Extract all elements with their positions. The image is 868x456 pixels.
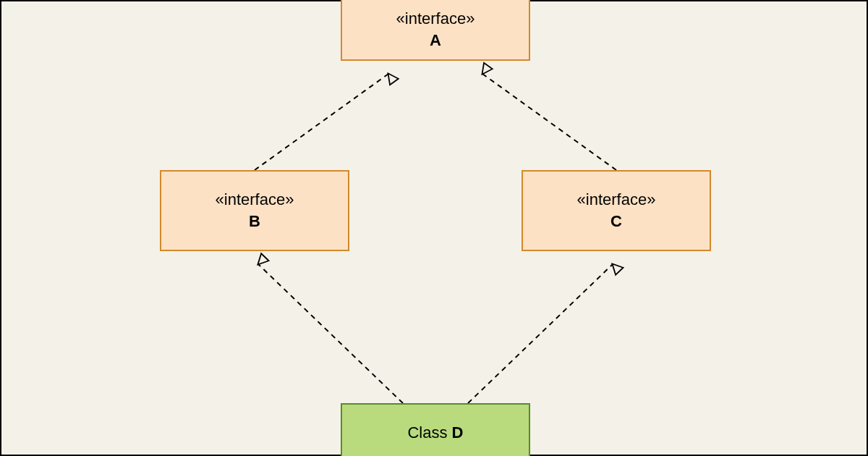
interface-b: «interface» B	[160, 170, 349, 251]
edge-c-to-a	[482, 74, 616, 170]
class-prefix: Class	[407, 423, 451, 442]
edge-b-to-a	[255, 74, 388, 170]
stereotype-label: «interface»	[577, 189, 656, 211]
stereotype-label: «interface»	[396, 8, 475, 30]
interface-name: C	[610, 211, 622, 232]
edge-d-to-c	[468, 264, 613, 403]
interface-a: «interface» A	[341, 0, 530, 61]
class-label: Class D	[407, 422, 463, 444]
edges-layer	[1, 1, 868, 456]
class-name: D	[452, 423, 464, 442]
interface-name: B	[249, 211, 260, 232]
class-d: Class D	[341, 403, 530, 456]
interface-name: A	[430, 30, 441, 51]
interface-c: «interface» C	[522, 170, 711, 251]
diagram-canvas: «interface» A «interface» B «interface» …	[0, 0, 868, 456]
stereotype-label: «interface»	[216, 189, 294, 211]
edge-d-to-b	[258, 264, 403, 403]
